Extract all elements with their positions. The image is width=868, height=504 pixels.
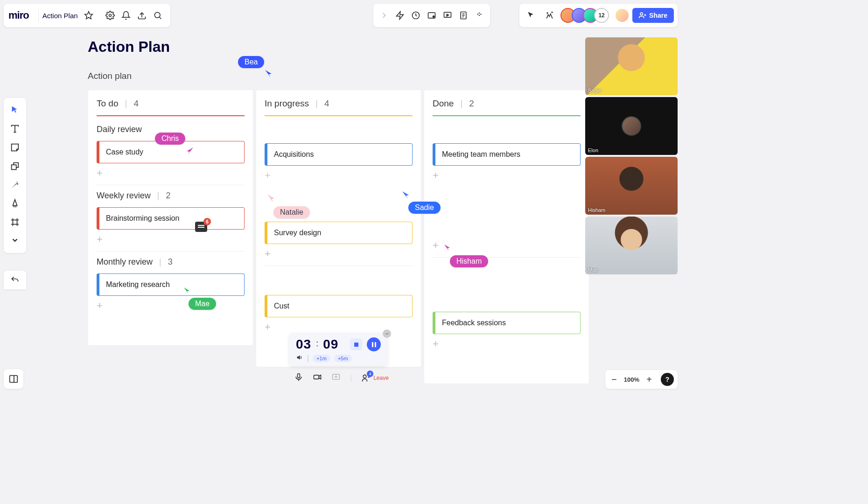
svg-rect-26 bbox=[12, 165, 16, 169]
pen-tool[interactable] bbox=[6, 194, 24, 213]
zoom-out-button[interactable]: − bbox=[609, 374, 619, 385]
speaker-icon[interactable] bbox=[296, 354, 303, 363]
notes-icon[interactable] bbox=[455, 7, 471, 23]
chevron-right-icon[interactable] bbox=[376, 7, 392, 23]
add-card-button[interactable]: + bbox=[97, 168, 245, 178]
comment-count: 6 bbox=[203, 218, 211, 225]
section-weekly: Weekly review | 2 bbox=[97, 191, 245, 201]
video-tile[interactable]: Hisham bbox=[585, 157, 678, 215]
zoom-percent[interactable]: 100% bbox=[624, 376, 639, 383]
camera-icon[interactable] bbox=[313, 372, 322, 384]
shape-tool[interactable] bbox=[6, 157, 24, 175]
card[interactable]: Acquisitions bbox=[265, 143, 413, 166]
add-card-button[interactable]: + bbox=[433, 240, 581, 251]
bell-icon[interactable] bbox=[118, 7, 134, 23]
column-rule bbox=[433, 115, 581, 116]
frame-tool[interactable] bbox=[6, 213, 24, 231]
card[interactable]: Brainstorming session bbox=[97, 207, 245, 230]
section-count: 3 bbox=[168, 257, 173, 267]
section-monthly: Monthly review | 3 bbox=[97, 257, 245, 267]
presentation-icon[interactable] bbox=[440, 7, 455, 23]
section-title: Monthly review bbox=[97, 257, 153, 267]
cursor-tag-bea: Bea bbox=[238, 56, 264, 68]
text-tool[interactable] bbox=[6, 119, 24, 138]
screenshare-icon[interactable] bbox=[331, 372, 341, 384]
zoom-in-button[interactable]: + bbox=[644, 374, 654, 385]
video-tile[interactable]: Mae bbox=[585, 217, 678, 274]
app-logo[interactable]: miro bbox=[8, 9, 29, 21]
share-button[interactable]: Share bbox=[632, 8, 674, 23]
divider bbox=[38, 9, 39, 22]
card[interactable]: Survey design bbox=[265, 222, 413, 244]
share-label: Share bbox=[649, 12, 667, 19]
arrow-tool[interactable] bbox=[6, 175, 24, 194]
video-name: Mae bbox=[588, 267, 598, 273]
stop-button[interactable] bbox=[350, 338, 362, 350]
cursor-tag-hisham: Hisham bbox=[450, 255, 488, 267]
timer-icon[interactable] bbox=[408, 7, 424, 23]
pause-button[interactable] bbox=[367, 337, 381, 351]
undo-button[interactable] bbox=[4, 271, 26, 289]
leave-button[interactable]: 4 Leave bbox=[361, 373, 389, 383]
add-1m-button[interactable]: +1m bbox=[313, 355, 330, 362]
settings-icon[interactable] bbox=[102, 7, 118, 23]
svg-point-17 bbox=[477, 14, 478, 15]
star-icon[interactable] bbox=[81, 7, 97, 23]
add-card-button[interactable]: + bbox=[265, 170, 413, 181]
select-tool[interactable] bbox=[6, 101, 24, 119]
self-avatar[interactable] bbox=[615, 8, 630, 23]
add-5m-button[interactable]: +5m bbox=[334, 355, 352, 362]
column-count: 4 bbox=[324, 98, 329, 109]
mic-icon[interactable] bbox=[294, 372, 303, 384]
people-badge: 4 bbox=[367, 371, 373, 377]
comment-thread-icon[interactable]: 6 bbox=[195, 222, 207, 232]
svg-marker-36 bbox=[319, 375, 321, 379]
add-card-button[interactable]: + bbox=[97, 234, 245, 245]
video-tile[interactable]: Sadie bbox=[585, 37, 678, 95]
svg-point-21 bbox=[640, 13, 643, 15]
search-icon[interactable] bbox=[150, 7, 166, 23]
column-title: In progress bbox=[265, 98, 309, 109]
cursor-pointer-icon bbox=[186, 147, 195, 156]
svg-point-16 bbox=[479, 15, 480, 16]
add-card-button[interactable]: + bbox=[97, 301, 245, 311]
voting-icon[interactable] bbox=[424, 7, 440, 23]
add-card-button[interactable]: + bbox=[433, 170, 581, 181]
card[interactable]: Cust bbox=[265, 295, 413, 317]
cursor-pointer-icon bbox=[443, 244, 452, 252]
page-title: Action Plan bbox=[88, 38, 170, 56]
add-card-button[interactable]: + bbox=[265, 322, 413, 332]
participant-count[interactable]: 12 bbox=[594, 8, 609, 23]
sticky-tool[interactable] bbox=[6, 138, 24, 157]
column-header-done: Done | 2 bbox=[433, 98, 581, 109]
svg-point-19 bbox=[547, 13, 548, 14]
svg-point-15 bbox=[479, 13, 480, 14]
video-name: Elon bbox=[588, 147, 598, 153]
cursor-follow-icon[interactable] bbox=[523, 7, 539, 23]
card[interactable]: Marketing research bbox=[97, 273, 245, 296]
more-icon[interactable] bbox=[471, 7, 487, 23]
help-button[interactable]: ? bbox=[661, 373, 674, 386]
topbar-collab-tools bbox=[373, 4, 490, 27]
svg-point-18 bbox=[480, 14, 482, 15]
card[interactable]: Feedback sessions bbox=[433, 312, 581, 334]
board-name[interactable]: Action Plan bbox=[42, 12, 78, 20]
participant-avatars[interactable]: 12 bbox=[560, 8, 609, 23]
video-tile[interactable]: Elon bbox=[585, 97, 678, 155]
card[interactable]: Meeting team members bbox=[433, 143, 581, 166]
add-card-button[interactable]: + bbox=[265, 249, 413, 259]
add-card-button[interactable]: + bbox=[433, 339, 581, 349]
video-name: Sadie bbox=[588, 88, 601, 93]
cursor-pointer-icon bbox=[183, 287, 191, 295]
export-icon[interactable] bbox=[134, 7, 150, 23]
reactions-icon[interactable] bbox=[542, 7, 558, 23]
more-tools[interactable] bbox=[6, 231, 24, 250]
panel-toggle-button[interactable] bbox=[4, 369, 23, 389]
cursor-pointer-icon bbox=[401, 190, 411, 200]
call-controls: | 4 Leave bbox=[294, 372, 389, 384]
lightning-icon[interactable] bbox=[392, 7, 408, 23]
topbar-right: 12 Share bbox=[519, 4, 678, 27]
collapse-icon[interactable]: − bbox=[383, 329, 391, 338]
column-rule bbox=[97, 115, 245, 116]
left-toolbar bbox=[4, 98, 26, 253]
